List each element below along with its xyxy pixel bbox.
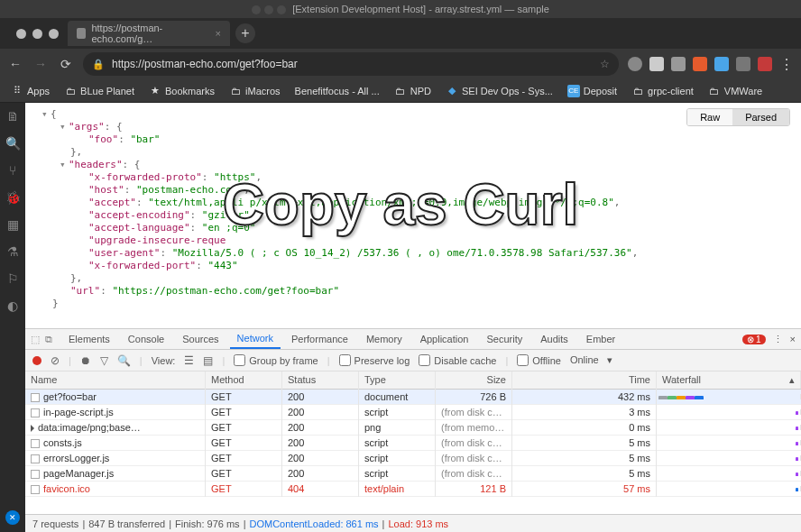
lock-icon[interactable]: 🔒 [92,59,105,70]
view-label: View: [152,355,176,366]
bookmark-item[interactable]: 🗀VMWare [703,83,768,99]
url-input[interactable]: 🔒 https://postman-echo.com/get?foo=bar ☆ [83,52,619,76]
devtools-settings-icon[interactable]: ⋮ [773,334,783,345]
bookmark-item[interactable]: 🗀grpc-client [626,83,699,99]
col-type[interactable]: Type [359,371,436,389]
network-request-row[interactable]: in-page-script.jsGET200script(from disk … [25,405,801,420]
bookmark-item[interactable]: 🗀BLue Planet [59,83,140,99]
disable-cache-checkbox[interactable]: Disable cache [419,354,496,366]
apps-shortcut[interactable]: ⠿Apps [5,83,55,99]
tab-sources[interactable]: Sources [175,330,226,348]
new-tab-button[interactable]: + [235,23,255,43]
devtools-close-icon[interactable]: × [790,334,796,344]
extension-icons: ⋮ [628,56,794,73]
tab-memory[interactable]: Memory [359,330,410,348]
extension-icon[interactable] [649,57,664,71]
throttling-select[interactable]: Online ▾ [570,354,612,366]
chrome-menu-icon[interactable]: ⋮ [779,56,794,73]
forward-button[interactable]: → [32,57,49,71]
parsed-button[interactable]: Parsed [732,109,789,125]
overview-icon[interactable]: ▤ [203,354,213,367]
window-title: [Extension Development Host] - array.str… [292,4,549,14]
source-control-icon[interactable]: ⑂ [5,162,21,179]
col-status[interactable]: Status [282,371,359,389]
explorer-icon[interactable]: 🗎 [5,108,21,124]
col-name[interactable]: Name [25,371,206,389]
large-rows-icon[interactable]: ☰ [184,354,194,367]
extension-icon[interactable] [671,57,686,71]
group-by-frame-checkbox[interactable]: Group by frame [234,354,318,366]
network-request-row[interactable]: data:image/png;base…GET200png(from memor… [25,420,801,436]
close-window-icon[interactable] [16,29,26,39]
folder-icon: 🗀 [64,85,77,97]
col-method[interactable]: Method [206,371,282,389]
network-request-row[interactable]: pageManager.jsGET200script(from disk cac… [25,466,801,482]
extension-icon[interactable] [628,57,642,71]
extension-icon[interactable] [714,57,729,71]
json-response-view: Raw Parsed ▾{ ▾"args": { "foo": "bar" },… [25,103,801,328]
record-button[interactable] [32,356,41,365]
tab-performance[interactable]: Performance [284,330,355,348]
bookmark-item[interactable]: 🗀iMacros [224,83,286,99]
bookmark-item[interactable]: CEDeposit [562,83,622,99]
bookmark-item[interactable]: ◆SEI Dev Ops - Sys... [440,83,558,99]
bookmark-icon[interactable]: ⚐ [5,271,21,287]
test-icon[interactable]: ⚗ [5,243,21,260]
tab-network[interactable]: Network [230,329,281,349]
extension-icon[interactable] [693,57,707,71]
back-button[interactable]: ← [7,57,23,71]
devtools-status-bar: 7 requests| 847 B transferred| Finish: 9… [25,514,801,532]
tab-application[interactable]: Application [413,330,476,348]
tab-elements[interactable]: Elements [61,330,117,348]
bookmark-star-icon[interactable]: ☆ [600,58,610,70]
tab-security[interactable]: Security [479,330,529,348]
network-table-header[interactable]: Name Method Status Type Size Time Waterf… [25,371,801,390]
network-request-row[interactable]: get?foo=barGET200document726 B432 ms [25,390,801,405]
filter-icon[interactable]: ▽ [100,354,108,367]
transferred-size: 847 B transferred [88,518,165,529]
capture-screenshot-icon[interactable]: ⏺ [80,354,91,367]
tab-audits[interactable]: Audits [533,330,575,348]
clear-button[interactable]: ⊘ [51,354,60,367]
apps-icon: ⠿ [11,85,23,97]
extension-icon[interactable] [736,57,750,71]
window-controls[interactable] [16,29,59,39]
device-toolbar-icon[interactable]: ⧉ [45,334,52,345]
debug-icon[interactable]: 🐞 [5,189,21,206]
load-time: Load: 913 ms [388,518,448,529]
tab-ember[interactable]: Ember [579,330,622,348]
misc-icon[interactable]: ◐ [5,298,21,314]
search-icon[interactable]: 🔍 [5,135,21,151]
col-waterfall[interactable]: Waterfall▴ [657,371,801,389]
network-request-row[interactable]: consts.jsGET200script(from disk cache)5 … [25,436,801,451]
close-tab-icon[interactable]: × [216,28,221,39]
chrome-addressbar: ← → ⟳ 🔒 https://postman-echo.com/get?foo… [0,49,801,79]
maximize-window-icon[interactable] [49,29,59,39]
bookmark-item[interactable]: ★Bookmarks [143,83,220,99]
chrome-tabstrip: https://postman-echo.com/g… × + [0,18,801,49]
extension-icon[interactable] [758,57,772,71]
bookmark-item[interactable]: 🗀NPD [389,83,437,99]
inspect-element-icon[interactable]: ⬚ [31,334,40,345]
browser-viewport: Raw Parsed ▾{ ▾"args": { "foo": "bar" },… [25,103,801,532]
bookmark-item[interactable]: Benefitfocus - All ... [290,84,385,98]
network-toolbar: ⊘ | ⏺ ▽ 🔍 | View: ☰ ▤ | Group by frame |… [25,350,801,371]
preserve-log-checkbox[interactable]: Preserve log [339,354,410,366]
vscode-titlebar: [Extension Development Host] - array.str… [0,0,801,18]
notification-badge[interactable]: ✕ [5,510,20,525]
error-count-badge[interactable]: ⊗1 [742,335,766,344]
browser-tab[interactable]: https://postman-echo.com/g… × [68,21,230,46]
search-icon[interactable]: 🔍 [117,354,131,367]
tab-console[interactable]: Console [121,330,171,348]
offline-checkbox[interactable]: Offline [517,354,561,366]
folder-icon: 🗀 [394,85,407,97]
col-time[interactable]: Time [512,371,657,389]
col-size[interactable]: Size [436,371,512,389]
reload-button[interactable]: ⟳ [58,57,74,71]
minimize-window-icon[interactable] [32,29,42,39]
raw-button[interactable]: Raw [687,109,732,125]
finish-time: Finish: 976 ms [175,518,240,529]
extensions-icon[interactable]: ▦ [5,216,21,233]
network-request-row[interactable]: errorsLogger.jsGET200script(from disk ca… [25,451,801,466]
network-request-row[interactable]: favicon.icoGET404text/plain121 B57 ms [25,482,801,497]
